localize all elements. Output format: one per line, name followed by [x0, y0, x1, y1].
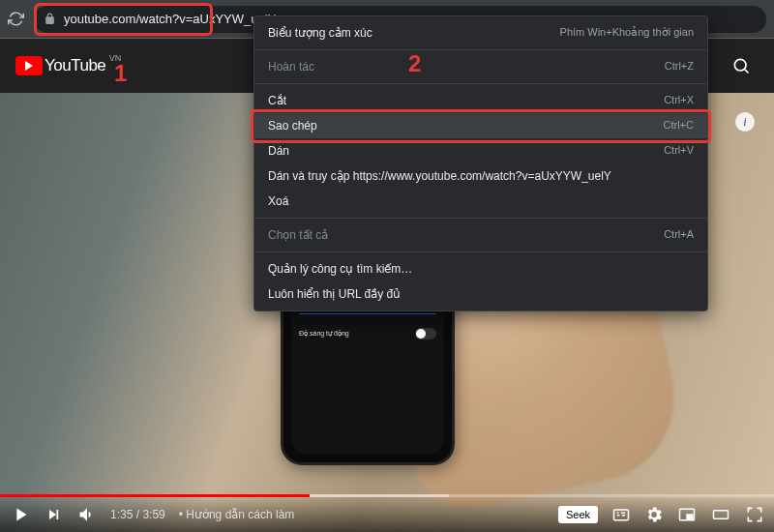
player-controls: 1:35 / 3:59 • Hướng dẫn cách làm Seek — [0, 497, 774, 532]
svg-rect-4 — [687, 515, 693, 518]
context-menu-item[interactable]: DánCtrl+V — [254, 138, 707, 163]
context-menu: Biểu tượng cảm xúcPhím Win+Khoảng thời g… — [253, 15, 708, 311]
lock-icon — [44, 13, 56, 25]
svg-point-1 — [734, 59, 746, 71]
miniplayer-button[interactable] — [677, 505, 697, 524]
context-menu-item[interactable]: Sao chépCtrl+C — [254, 113, 707, 138]
context-menu-item[interactable]: Xoá — [254, 189, 707, 214]
seek-badge: Seek — [558, 506, 598, 523]
annotation-label-2: 2 — [408, 50, 421, 77]
context-menu-item[interactable]: Biểu tượng cảm xúcPhím Win+Khoảng thời g… — [254, 20, 707, 45]
play-button[interactable] — [10, 504, 31, 525]
context-menu-item[interactable]: CắtCtrl+X — [254, 88, 707, 113]
settings-button[interactable] — [644, 505, 664, 524]
context-menu-item[interactable]: Dán và truy cập https://www.youtube.com/… — [254, 163, 707, 189]
next-button[interactable] — [45, 505, 64, 524]
annotation-label-1: 1 — [114, 60, 127, 87]
context-menu-item: Hoàn tácCtrl+Z — [254, 54, 707, 79]
youtube-logo[interactable]: YouTube VN — [15, 56, 105, 75]
info-icon[interactable]: i — [735, 112, 755, 132]
search-icon[interactable] — [724, 48, 759, 83]
refresh-icon[interactable] — [8, 11, 24, 27]
youtube-logo-icon — [15, 56, 43, 75]
context-menu-item: Chọn tất cảCtrl+A — [254, 222, 707, 248]
context-menu-item[interactable]: Luôn hiển thị URL đầy đủ — [254, 281, 707, 307]
theater-button[interactable] — [710, 505, 731, 524]
svg-rect-2 — [614, 510, 629, 520]
volume-button[interactable] — [77, 505, 97, 524]
subtitles-button[interactable] — [611, 505, 631, 524]
video-title: • Hướng dẫn cách làm — [179, 508, 295, 521]
fullscreen-button[interactable] — [745, 505, 764, 524]
time-display: 1:35 / 3:59 — [110, 508, 165, 521]
context-menu-item[interactable]: Quản lý công cụ tìm kiếm… — [254, 256, 707, 281]
svg-rect-5 — [714, 511, 729, 518]
youtube-wordmark: YouTube — [45, 56, 105, 75]
